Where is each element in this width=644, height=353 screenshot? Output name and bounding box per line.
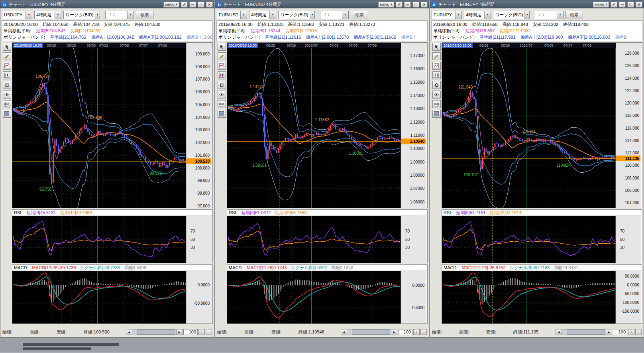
print-button[interactable] bbox=[3, 100, 11, 108]
print-button[interactable] bbox=[432, 100, 441, 108]
menu-button[interactable]: MENU▼ bbox=[378, 2, 394, 8]
menu-button[interactable]: MENU▼ bbox=[593, 2, 609, 8]
date-axis-track: 2016/06/20 16:0006/2506/292016/0707/0507… bbox=[442, 43, 616, 48]
chart-type-button[interactable] bbox=[432, 71, 441, 79]
taskbar-item[interactable] bbox=[23, 347, 91, 350]
indicator-button[interactable] bbox=[432, 62, 441, 70]
pointer-tool-button[interactable] bbox=[432, 43, 441, 51]
h-scrollbar[interactable]: ◀ ▶ bbox=[126, 329, 183, 335]
minimize-button[interactable]: ─ bbox=[404, 2, 411, 8]
layout-button[interactable] bbox=[432, 110, 441, 118]
h-scrollbar[interactable]: ◀ ▶ bbox=[341, 329, 397, 335]
pair-select[interactable]: EUR/JPY ▼ bbox=[432, 11, 462, 19]
indicator-button[interactable] bbox=[3, 62, 11, 70]
rsi-chart[interactable]: 705030 bbox=[227, 216, 426, 263]
zoom-out-button[interactable]: − bbox=[635, 329, 642, 335]
svg-text:1.14000: 1.14000 bbox=[410, 93, 425, 98]
search-button[interactable]: 検索 bbox=[351, 11, 368, 19]
timeframe-select[interactable]: 4時間足 ▼ bbox=[464, 11, 491, 19]
pair-select[interactable]: EUR/USD ▼ bbox=[217, 11, 247, 19]
titlebar[interactable]: n チャート : EUR/JPY 4時間足 MENU▼ ─ □ × bbox=[430, 0, 644, 8]
titlebar[interactable]: n チャート : USD/JPY 4時間足 MENU▼ ─ □ × bbox=[0, 0, 214, 8]
macd-chart[interactable]: 0.0000-50.0000 bbox=[12, 271, 212, 323]
indicator-button[interactable] bbox=[218, 62, 226, 70]
minimize-button[interactable]: ─ bbox=[189, 2, 196, 8]
scroll-right-button[interactable]: ▶ bbox=[176, 329, 183, 335]
search-button[interactable]: 検索 bbox=[565, 11, 583, 19]
titlebar[interactable]: n チャート : EUR/USD 4時間足 MENU▼ ─ □ × bbox=[215, 0, 429, 8]
search-button[interactable]: 検索 bbox=[136, 11, 153, 19]
print-button[interactable] bbox=[218, 100, 226, 108]
draw-tool-button[interactable] bbox=[432, 52, 441, 60]
rsi-chart[interactable]: 705030 bbox=[12, 216, 212, 263]
menu-button[interactable]: MENU▼ bbox=[163, 2, 179, 8]
close-button[interactable]: × bbox=[206, 2, 213, 8]
price-chart[interactable]: 106.784103.39698.79899.979109.000108.000… bbox=[12, 48, 212, 208]
svg-text:110.000: 110.000 bbox=[625, 163, 640, 168]
printer-icon bbox=[4, 101, 10, 107]
close-button[interactable]: × bbox=[636, 2, 642, 8]
bar-count-input[interactable]: 100 bbox=[183, 329, 198, 335]
macd-legend: MACD: MACD[12-26]-25.8752 シグナル[9]-50.718… bbox=[442, 265, 642, 271]
chart-style-select[interactable]: ローソク(BID) ▼ bbox=[63, 11, 100, 19]
taskbar-item[interactable] bbox=[23, 343, 119, 346]
scroll-thumb[interactable] bbox=[137, 329, 175, 335]
draw-popout-button[interactable] bbox=[611, 2, 617, 8]
bar-count-input[interactable]: 100 bbox=[613, 329, 627, 335]
chart-style-select[interactable]: ローソク(BID) ▼ bbox=[493, 11, 530, 19]
chart-type-button[interactable] bbox=[3, 71, 11, 79]
draw-tool-button[interactable] bbox=[218, 52, 226, 60]
timeframe-select[interactable]: 4時間足 ▼ bbox=[34, 11, 61, 19]
settings-button[interactable] bbox=[3, 81, 11, 89]
date-input[interactable]: / / ▼ bbox=[105, 11, 134, 19]
rsi-chart[interactable]: 705030 bbox=[442, 216, 641, 263]
scroll-left-button[interactable]: ◀ bbox=[341, 329, 347, 335]
zoom-out-button[interactable]: − bbox=[206, 329, 212, 335]
zoom-in-button[interactable]: + bbox=[413, 329, 420, 335]
zoom-in-button[interactable]: + bbox=[628, 329, 634, 335]
scroll-thumb[interactable] bbox=[567, 329, 605, 335]
scroll-track[interactable] bbox=[347, 329, 391, 335]
minimize-button[interactable]: ─ bbox=[619, 2, 626, 8]
layout-button[interactable] bbox=[3, 110, 11, 118]
h-scrollbar[interactable]: ◀ ▶ bbox=[556, 329, 612, 335]
date-input[interactable]: / / ▼ bbox=[535, 11, 564, 19]
scroll-left-button[interactable]: ◀ bbox=[126, 329, 132, 335]
pair-select[interactable]: USD/JPY ▼ bbox=[2, 11, 32, 19]
scroll-track[interactable] bbox=[132, 329, 176, 335]
macd-chart[interactable]: 0.0000-0.5000 bbox=[227, 271, 426, 323]
svg-text:105.000: 105.000 bbox=[195, 103, 210, 107]
scroll-right-button[interactable]: ▶ bbox=[391, 329, 397, 335]
macd-chart[interactable]: 50.00000.0000-50.0000-100.0000-150.0000 bbox=[442, 271, 641, 323]
layout-button[interactable] bbox=[218, 110, 226, 118]
visibility-button[interactable] bbox=[432, 91, 441, 99]
settings-button[interactable] bbox=[432, 81, 441, 89]
close-button[interactable]: × bbox=[421, 2, 428, 8]
scroll-track[interactable] bbox=[562, 329, 606, 335]
price-chart[interactable]: 121.940114.811109.197110.824128.000126.0… bbox=[442, 48, 641, 208]
visibility-button[interactable] bbox=[3, 91, 11, 99]
timeframe-select[interactable]: 4時間足 ▼ bbox=[249, 11, 276, 19]
chart-type-button[interactable] bbox=[218, 71, 226, 79]
price-chart[interactable]: 1.142731.118821.091011.100211.170001.160… bbox=[227, 48, 426, 208]
visibility-button[interactable] bbox=[218, 91, 226, 99]
pointer-tool-button[interactable] bbox=[218, 43, 226, 51]
zoom-in-button[interactable]: + bbox=[198, 329, 205, 335]
draw-tool-button[interactable] bbox=[3, 52, 11, 60]
scroll-thumb[interactable] bbox=[352, 329, 390, 335]
zoom-out-button[interactable]: − bbox=[420, 329, 427, 335]
bar-count-input[interactable]: 100 bbox=[398, 329, 412, 335]
draw-popout-button[interactable] bbox=[181, 2, 188, 8]
scroll-left-button[interactable]: ◀ bbox=[556, 329, 562, 335]
maximize-button[interactable]: □ bbox=[412, 2, 419, 8]
chart-style-select[interactable]: ローソク(BID) ▼ bbox=[278, 11, 315, 19]
draw-popout-button[interactable] bbox=[396, 2, 402, 8]
settings-button[interactable] bbox=[218, 81, 226, 89]
maximize-button[interactable]: □ bbox=[627, 2, 634, 8]
maximize-button[interactable]: □ bbox=[198, 2, 204, 8]
date-input[interactable]: / / ▼ bbox=[320, 11, 349, 19]
date-tick: 07/07 bbox=[349, 43, 358, 48]
pointer-tool-button[interactable] bbox=[3, 43, 11, 51]
rsi-legend: RSI: 短期[9]61.0672 長期[42]53.7653 bbox=[227, 210, 427, 216]
scroll-right-button[interactable]: ▶ bbox=[606, 329, 612, 335]
